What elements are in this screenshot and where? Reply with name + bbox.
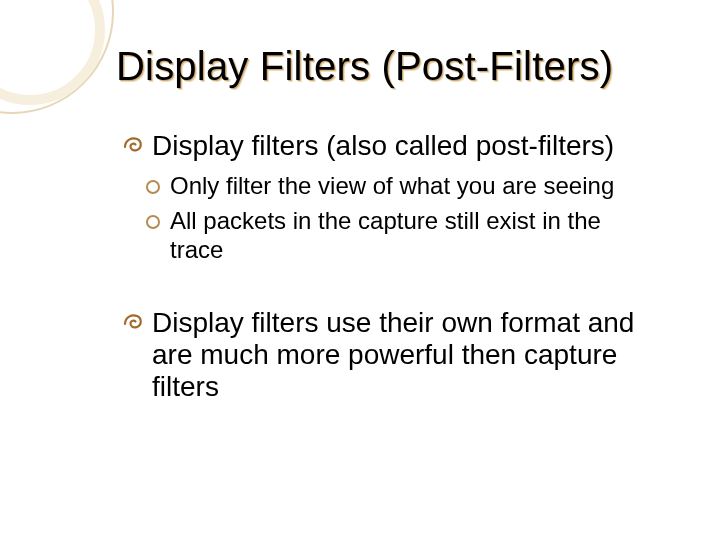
ring-bullet-icon — [146, 180, 160, 194]
sub-bullet-item: Only filter the view of what you are see… — [122, 172, 660, 201]
swirl-bullet-icon — [122, 309, 146, 333]
ring-bullet-icon — [146, 215, 160, 229]
bullet-text: Display filters use their own format and… — [152, 307, 634, 402]
sub-bullet-item: All packets in the capture still exist i… — [122, 207, 660, 265]
sub-bullet-text: Only filter the view of what you are see… — [170, 172, 614, 199]
swirl-bullet-icon — [122, 132, 146, 156]
slide-body: Display filters (also called post-filter… — [122, 130, 660, 413]
sub-bullet-text: All packets in the capture still exist i… — [170, 207, 601, 263]
bullet-item: Display filters use their own format and… — [122, 307, 660, 404]
slide-title: Display Filters (Post-Filters) — [116, 44, 680, 89]
bullet-item: Display filters (also called post-filter… — [122, 130, 660, 162]
slide: Display Filters (Post-Filters) Display f… — [0, 0, 720, 540]
corner-decoration — [0, 0, 130, 130]
bullet-text: Display filters (also called post-filter… — [152, 130, 614, 161]
